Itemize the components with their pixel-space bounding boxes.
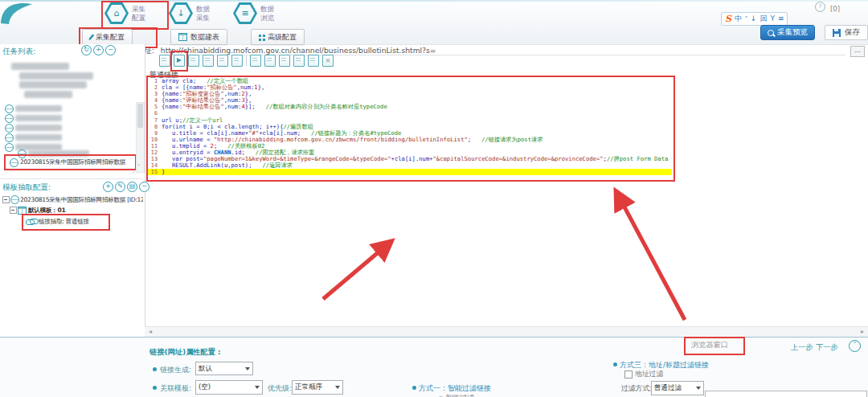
filter-value-input[interactable] bbox=[705, 391, 867, 397]
scroll-right-icon[interactable]: ▸ bbox=[861, 327, 864, 337]
notification-counter: [0] bbox=[830, 5, 840, 13]
addr-filter-checkbox[interactable] bbox=[624, 370, 633, 380]
scroll-left-icon[interactable]: ◂ bbox=[149, 328, 152, 335]
ime-tool-icon-4[interactable]: Y bbox=[770, 15, 775, 23]
filter-mode-select[interactable]: 普通过滤 bbox=[651, 381, 704, 395]
globe-icon bbox=[5, 104, 14, 113]
line-number: 4 bbox=[148, 97, 162, 104]
code-line-5[interactable]: 5{name:"中标结果公告",num:4}]; //数组对象内容分别为分类名称… bbox=[148, 104, 672, 110]
template-icon bbox=[18, 207, 27, 215]
template-default-node[interactable]: 默认模板：01 bbox=[28, 207, 65, 215]
search-icon bbox=[768, 30, 774, 36]
expander-icon[interactable] bbox=[10, 207, 17, 215]
format-icon[interactable] bbox=[308, 55, 319, 67]
outdent-icon[interactable] bbox=[293, 55, 305, 67]
redacted-item[interactable] bbox=[15, 115, 62, 121]
subnav-data-table-button[interactable]: 数据建表 bbox=[170, 29, 227, 45]
check-icon[interactable] bbox=[264, 55, 276, 67]
save-button[interactable]: 保存 bbox=[825, 25, 868, 40]
scroll-down-icon[interactable]: ˅ bbox=[137, 165, 141, 170]
ime-toolbar[interactable]: S 中ʼ↓回Y≡ bbox=[721, 12, 788, 26]
code-line-15[interactable]: 15} bbox=[148, 169, 672, 175]
paste-icon[interactable] bbox=[217, 55, 228, 67]
line-number: 2 bbox=[148, 84, 162, 91]
indent-icon[interactable] bbox=[279, 55, 290, 67]
code-line-6[interactable]: 6 bbox=[148, 110, 672, 117]
task-item-selected[interactable]: 20230815采集中国国际招标网招标数据 bbox=[20, 158, 125, 166]
url-more-button[interactable]: ... bbox=[850, 46, 865, 57]
code-editor[interactable]: 1array cla; //定义一个数组2cla = [{name:"招标公告"… bbox=[148, 78, 672, 175]
ime-tool-icon-1[interactable]: ʼ bbox=[745, 15, 747, 23]
redacted-item bbox=[19, 72, 93, 80]
template-add-icon[interactable]: + bbox=[103, 182, 113, 192]
line-number: 11 bbox=[148, 143, 162, 149]
chevron-down-icon bbox=[245, 367, 250, 370]
hand-icon[interactable] bbox=[250, 55, 261, 67]
line-number: 5 bbox=[148, 104, 162, 110]
redacted-item[interactable] bbox=[15, 105, 62, 112]
collect-preview-label: 采集预览 bbox=[777, 27, 808, 38]
scroll-right-icon[interactable]: ˃ bbox=[132, 172, 135, 178]
ime-tool-icon-5[interactable]: ≡ bbox=[778, 15, 784, 23]
link-gen-select[interactable]: 默认 bbox=[195, 362, 253, 375]
line-number: 9 bbox=[148, 130, 162, 137]
expander-icon[interactable] bbox=[2, 196, 10, 205]
save-label: 保存 bbox=[845, 27, 860, 38]
line-number: 13 bbox=[148, 156, 162, 162]
main-nav: ⌂采集配置↓数据采集≡数据浏览 bbox=[104, 2, 276, 24]
line-number: 1 bbox=[148, 78, 162, 84]
ime-tool-icon-3[interactable]: 回 bbox=[760, 15, 767, 23]
cut-icon[interactable] bbox=[231, 55, 243, 67]
nav-collect-config[interactable]: ⌂采集配置 bbox=[104, 2, 148, 24]
globe-icon bbox=[5, 114, 14, 123]
prev-step-link[interactable]: 上一步 bbox=[791, 342, 813, 353]
tab-browser-window[interactable]: 浏览器窗口 bbox=[691, 340, 728, 350]
pencil-icon bbox=[88, 34, 94, 41]
add-icon[interactable]: + bbox=[93, 45, 104, 55]
nav-data-browse[interactable]: ≡数据浏览 bbox=[233, 2, 276, 24]
filter-mode-value: 普通过滤 bbox=[654, 383, 682, 393]
task-list-header: 任务列表: bbox=[2, 47, 35, 57]
redacted-item bbox=[24, 91, 72, 98]
chevron-down-icon bbox=[696, 387, 701, 390]
template-edit-icon[interactable]: ✎ bbox=[115, 182, 125, 192]
template-root-node[interactable]: 20230815采集中国国际招标网招标数据 [ID:123] bbox=[20, 196, 143, 204]
priority-select[interactable]: 正常顺序 bbox=[292, 380, 343, 395]
code-line-14[interactable]: 14 RESULT.AddLink(u,post); //返回请求 bbox=[148, 162, 672, 169]
redacted-item[interactable] bbox=[15, 125, 62, 131]
editor-horizontal-scrollbar[interactable]: ◂ ▸ bbox=[145, 326, 868, 338]
save-icon bbox=[833, 29, 841, 37]
new-file-icon[interactable] bbox=[159, 55, 170, 67]
separator bbox=[246, 55, 247, 66]
subnav-collect-config-button[interactable]: 采集配置 bbox=[82, 29, 133, 45]
ime-tool-icon-0[interactable]: 中 bbox=[735, 15, 742, 23]
collect-preview-button[interactable]: 采集预览 bbox=[760, 25, 815, 40]
ime-tool-icon-2[interactable]: ↓ bbox=[751, 15, 757, 23]
nav-data-collect[interactable]: ↓数据采集 bbox=[169, 2, 212, 24]
link-extract-node[interactable]: 链接抽取: 普通链接 bbox=[39, 218, 89, 226]
subnav-advanced-config-button[interactable]: 高级配置 bbox=[251, 29, 305, 45]
ime-logo-icon: S bbox=[725, 14, 731, 24]
priority-label: 优先级: bbox=[268, 383, 292, 394]
line-number: 10 bbox=[148, 137, 162, 143]
template-config-actions: +✎▤− bbox=[103, 182, 149, 192]
remove-icon[interactable]: − bbox=[105, 45, 116, 55]
collapse-panel-icon[interactable]: ˅ bbox=[849, 340, 861, 352]
template-remove-icon[interactable]: − bbox=[139, 182, 149, 192]
sidebar-vertical-scrollbar[interactable] bbox=[136, 102, 145, 173]
run-icon[interactable] bbox=[174, 55, 185, 67]
refresh-icon[interactable]: ↻ bbox=[81, 45, 92, 55]
template-save-icon[interactable]: ▤ bbox=[127, 182, 137, 192]
line-number: 7 bbox=[148, 117, 162, 124]
help-icon[interactable]: ? bbox=[815, 2, 825, 12]
save-icon[interactable] bbox=[188, 55, 199, 67]
line-number: 12 bbox=[148, 149, 162, 156]
template-select[interactable]: (空) bbox=[195, 380, 263, 395]
globe-icon bbox=[18, 149, 27, 158]
globe-icon bbox=[5, 143, 14, 152]
mode1-sub-option[interactable]: ○ 智能过滤 bbox=[438, 394, 474, 397]
copy-icon[interactable] bbox=[203, 55, 214, 67]
close-icon[interactable] bbox=[322, 55, 334, 67]
redacted-item[interactable] bbox=[15, 134, 62, 141]
next-step-link[interactable]: 下一步 bbox=[816, 342, 838, 353]
